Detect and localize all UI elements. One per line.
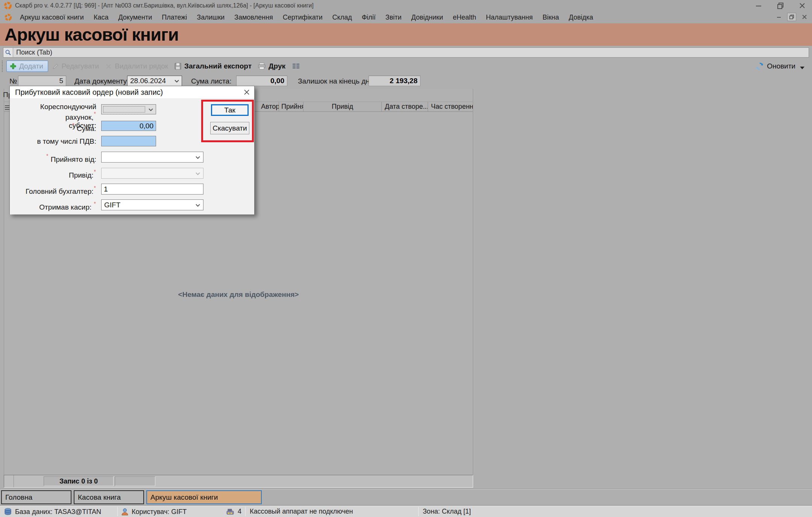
pencil-icon bbox=[52, 63, 59, 70]
chevron-down-icon bbox=[194, 170, 202, 177]
x-icon bbox=[105, 63, 112, 70]
chevron-down-icon bbox=[194, 154, 202, 161]
delete-row-button[interactable]: Видалити рядок bbox=[105, 62, 168, 70]
statusbar-zone: Зона: Склад [1] bbox=[423, 508, 471, 515]
close-icon[interactable] bbox=[798, 2, 807, 10]
window-tabs: Головна Касова книга Аркуш касової книги bbox=[0, 490, 812, 505]
edit-button-label: Редагувати bbox=[62, 62, 99, 70]
minimize-icon[interactable] bbox=[754, 2, 763, 10]
cancel-button[interactable]: Скасувати bbox=[210, 122, 249, 134]
column-header-received[interactable]: Прийня... bbox=[279, 102, 304, 111]
menu-item-dokumenty[interactable]: Документи bbox=[113, 11, 157, 23]
cashier-combobox[interactable]: GIFT bbox=[101, 199, 203, 210]
search-icon[interactable] bbox=[3, 48, 13, 57]
delete-row-button-label: Видалити рядок bbox=[115, 62, 168, 70]
mdi-close-icon[interactable] bbox=[800, 13, 809, 21]
menu-item-ehealth[interactable]: eHealth bbox=[448, 11, 481, 23]
refresh-button-label: Оновити bbox=[767, 62, 795, 70]
received-from-combobox[interactable] bbox=[101, 152, 203, 163]
add-button[interactable]: Додати bbox=[6, 61, 48, 72]
record-navigator-cell bbox=[4, 475, 14, 487]
cash-register-icon bbox=[226, 508, 235, 515]
menu-item-nalashtuvannia[interactable]: Налаштування bbox=[481, 11, 537, 23]
record-counter: Запис 0 із 0 bbox=[44, 476, 114, 486]
chief-accountant-input[interactable] bbox=[102, 184, 203, 194]
user-icon bbox=[121, 508, 129, 516]
record-navigator: Запис 0 із 0 bbox=[4, 475, 473, 488]
window-titlebar: Скарб pro v. 4.0.2.77 [ІД: 969] - [Апт №… bbox=[0, 0, 812, 11]
database-icon bbox=[4, 508, 12, 516]
column-header-date-created[interactable]: Дата створе... bbox=[382, 102, 428, 111]
mdi-minimize-icon[interactable] bbox=[774, 13, 783, 21]
print-button[interactable]: Друк bbox=[258, 62, 285, 70]
export-button-label: Загальний експорт bbox=[184, 62, 252, 70]
chief-accountant-field[interactable] bbox=[101, 184, 203, 195]
balance-input[interactable] bbox=[369, 76, 420, 86]
menu-item-sklad[interactable]: Склад bbox=[328, 11, 357, 23]
ok-button[interactable]: Так bbox=[211, 104, 249, 116]
number-label: № bbox=[9, 77, 17, 85]
date-label: Дата документу: bbox=[74, 77, 129, 85]
page-header-band: Аркуш касової книги bbox=[0, 23, 812, 46]
chevron-down-icon bbox=[800, 67, 804, 69]
toolbar: Додати Редагувати Видалити рядок Загальн… bbox=[0, 59, 812, 74]
menu-item-zamovlennia[interactable]: Замовлення bbox=[229, 11, 278, 23]
tab-kasova-knyha[interactable]: Касова книга bbox=[74, 490, 144, 504]
number-input[interactable] bbox=[18, 76, 66, 86]
menu-item-arkush[interactable]: Аркуш касової книги bbox=[15, 11, 89, 23]
dialog-titlebar[interactable]: Прибутковий касовий ордер (новий запис) bbox=[10, 86, 254, 98]
statusbar-cash-register: Кассовый аппарат не подключен bbox=[250, 508, 353, 515]
menu-logo-icon bbox=[5, 14, 12, 21]
edit-button[interactable]: Редагувати bbox=[52, 62, 99, 70]
menu-item-dovidnyky[interactable]: Довідники bbox=[407, 11, 448, 23]
chevron-down-icon bbox=[173, 77, 181, 85]
mdi-restore-icon[interactable] bbox=[787, 13, 796, 21]
dialog-title: Прибутковий касовий ордер (новий запис) bbox=[15, 88, 163, 97]
account-combobox[interactable] bbox=[101, 104, 156, 114]
required-asterisk: * bbox=[94, 169, 96, 175]
required-asterisk: * bbox=[94, 201, 96, 207]
column-header-author[interactable]: Автор bbox=[252, 102, 279, 111]
sheet-sum-input[interactable] bbox=[236, 76, 287, 86]
vat-field[interactable] bbox=[101, 136, 156, 146]
menu-item-sertyfikaty[interactable]: Сертифікати bbox=[278, 11, 328, 23]
cashier-value: GIFT bbox=[102, 201, 194, 209]
tab-holovna[interactable]: Головна bbox=[1, 490, 71, 504]
tab-arkush-kasovoi-knyhy[interactable]: Аркуш касової книги bbox=[146, 490, 262, 504]
statusbar-separator bbox=[245, 507, 246, 516]
plus-icon bbox=[10, 63, 17, 70]
column-header-time-created[interactable]: Час створення bbox=[428, 102, 473, 111]
statusbar-database: База даних: TASA3@TITAN bbox=[15, 508, 101, 516]
dialog-body: Кореспондуючий рахунок,* субсчет: * Сума… bbox=[10, 98, 254, 214]
printer-icon bbox=[258, 62, 266, 70]
reason-combobox bbox=[101, 168, 203, 179]
menu-item-kasa[interactable]: Каса bbox=[89, 11, 114, 23]
status-bar: База даних: TASA3@TITAN Користувач: GIFT… bbox=[0, 506, 812, 517]
restore-icon[interactable] bbox=[776, 2, 785, 10]
tabs-divider bbox=[0, 489, 812, 490]
record-navigator-panel bbox=[115, 476, 155, 486]
columns-icon[interactable] bbox=[291, 62, 301, 70]
column-header-reason[interactable]: Привід bbox=[304, 102, 382, 111]
menu-item-zvity[interactable]: Звіти bbox=[381, 11, 407, 23]
menu-item-dovidka[interactable]: Довідка bbox=[564, 11, 598, 23]
chevron-down-icon bbox=[147, 106, 155, 113]
menu-item-zalyshky[interactable]: Залишки bbox=[192, 11, 229, 23]
vat-input[interactable] bbox=[102, 136, 156, 146]
export-button[interactable]: Загальний експорт bbox=[174, 62, 252, 70]
window-title: Скарб pro v. 4.0.2.77 [ІД: 969] - [Апт №… bbox=[15, 2, 314, 9]
dialog-close-icon[interactable] bbox=[239, 86, 254, 98]
save-icon bbox=[174, 62, 182, 70]
menu-item-platezhi[interactable]: Платежі bbox=[157, 11, 192, 23]
refresh-button[interactable]: Оновити bbox=[756, 62, 804, 70]
date-combobox[interactable]: 28.06.2024 bbox=[127, 76, 182, 86]
statusbar-separator bbox=[418, 507, 419, 516]
sum-field[interactable] bbox=[101, 121, 156, 131]
menu-item-vikna[interactable]: Вікна bbox=[537, 11, 564, 23]
sum-input[interactable] bbox=[102, 121, 156, 131]
search-input[interactable] bbox=[13, 48, 809, 57]
required-asterisk: * bbox=[94, 185, 96, 191]
print-button-label: Друк bbox=[269, 62, 285, 70]
chevron-down-icon bbox=[194, 201, 202, 209]
menu-item-filii[interactable]: Філії bbox=[357, 11, 381, 23]
